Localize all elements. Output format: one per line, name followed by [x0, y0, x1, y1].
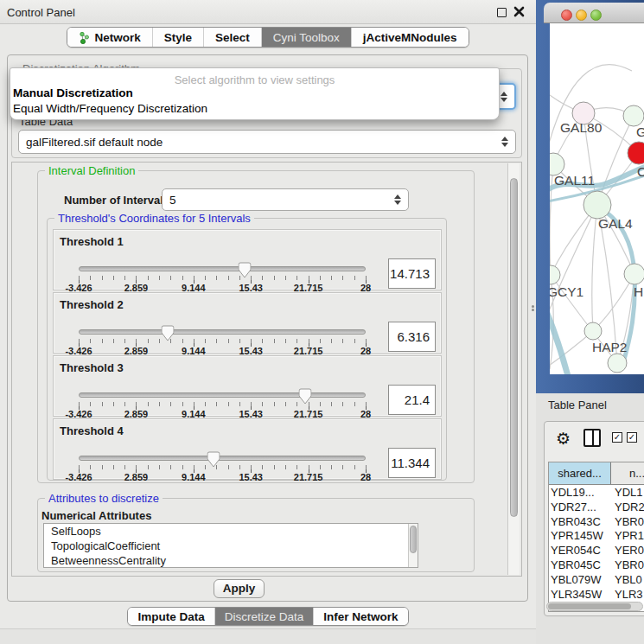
- algorithm-placeholder: Select algorithm to view settings: [10, 68, 499, 86]
- cell[interactable]: YPR145W: [549, 529, 611, 544]
- network-node[interactable]: [550, 265, 560, 284]
- network-node[interactable]: [608, 354, 627, 373]
- tab-jactivemnodules[interactable]: jActiveMNodules: [352, 28, 469, 47]
- slider-minor-ticks: [79, 402, 367, 406]
- num-intervals-combobox[interactable]: 5: [162, 188, 409, 211]
- close-icon[interactable]: [513, 5, 526, 18]
- cell[interactable]: YDR27...: [549, 501, 611, 515]
- cell[interactable]: YBL0: [611, 573, 644, 588]
- threshold-1-slider-track[interactable]: [79, 266, 366, 271]
- table-row[interactable]: YLR345WYLR3: [549, 588, 644, 603]
- table-row[interactable]: YPR145WYPR1: [549, 529, 644, 544]
- network-node[interactable]: [584, 322, 602, 340]
- cell[interactable]: YBL079W: [549, 573, 611, 588]
- checkbox-icon[interactable]: ✓: [627, 432, 637, 443]
- column-header-name[interactable]: n...: [611, 462, 644, 484]
- table-row[interactable]: YBR043CYBR0: [549, 515, 644, 530]
- table-row[interactable]: YBL079WYBL0: [549, 573, 644, 588]
- table-horizontal-scrollbar-thumb[interactable]: [548, 603, 631, 609]
- table-data-combobox[interactable]: galFiltered.sif default node: [18, 130, 516, 154]
- threshold-2-panel: Threshold 2 -3.426 2.859 9.144 15.43 21.…: [53, 292, 442, 354]
- attributes-list-scrollbar[interactable]: [408, 524, 418, 567]
- tab-cyni-toolbox[interactable]: Cyni Toolbox: [262, 28, 352, 47]
- cell[interactable]: YBR0: [611, 515, 644, 530]
- tab-discretize-data[interactable]: Discretize Data: [215, 608, 315, 625]
- tab-network[interactable]: Network: [67, 28, 152, 47]
- network-node[interactable]: [623, 105, 644, 126]
- threshold-4-value-field[interactable]: 11.344: [388, 448, 436, 478]
- column-layout-icon[interactable]: [583, 429, 601, 447]
- discretize-settings-panel: Interval Definition Number of Intervals …: [11, 162, 522, 577]
- popup-option-manual-discretization[interactable]: Manual Discretization: [10, 86, 499, 101]
- cell[interactable]: YDR2: [611, 501, 644, 515]
- tab-style-label: Style: [164, 31, 192, 44]
- list-item-betweennesscentrality[interactable]: BetweennessCentrality: [44, 553, 418, 568]
- popup-option-equal-width[interactable]: Equal Width/Frequency Discretization: [10, 101, 499, 117]
- num-intervals-value: 5: [169, 194, 176, 207]
- list-item-selfloops[interactable]: SelfLoops: [44, 524, 418, 539]
- zoom-traffic-light[interactable]: [590, 10, 602, 21]
- network-view-window[interactable]: GAL80GACGAL11GAL4GCY1HHAP2: [536, 0, 644, 393]
- cell[interactable]: YBR043C: [549, 515, 611, 530]
- settings-panel-scrollbar-thumb[interactable]: [510, 178, 518, 517]
- cell[interactable]: YLR345W: [549, 588, 611, 603]
- threshold-4-slider-track[interactable]: [79, 456, 366, 461]
- tab-infer-network[interactable]: Infer Network: [314, 608, 407, 625]
- checkbox-icon[interactable]: ✓: [612, 432, 622, 443]
- table-rows: YDL19...YDL1 YDR27...YDR2 YBR043CYBR0 YP…: [549, 486, 644, 607]
- slider-minor-ticks: [79, 339, 367, 343]
- num-intervals-label: Number of Intervals: [64, 194, 169, 207]
- network-icon: [79, 31, 90, 44]
- status-strip: [0, 628, 536, 644]
- settings-panel-scrollbar[interactable]: [507, 163, 520, 575]
- attributes-group-title: Attributes to discretize: [45, 492, 163, 505]
- tab-style[interactable]: Style: [153, 28, 204, 47]
- network-node-label: GA: [636, 124, 644, 139]
- network-node-label: GAL80: [560, 120, 603, 135]
- cell[interactable]: YDL1: [611, 486, 644, 501]
- table-row[interactable]: YER054CYER0: [549, 544, 644, 558]
- network-node-label: GCY1: [550, 284, 583, 299]
- threshold-3-value-field[interactable]: 21.4: [388, 385, 436, 415]
- threshold-2-value-field[interactable]: 6.316: [388, 322, 436, 352]
- cell[interactable]: YER0: [611, 544, 644, 558]
- panel-splitter-grip[interactable]: [530, 304, 535, 313]
- apply-button[interactable]: Apply: [214, 579, 265, 598]
- gear-icon[interactable]: ⚙: [556, 429, 571, 450]
- network-window-titlebar[interactable]: [544, 3, 644, 23]
- tab-impute-data[interactable]: Impute Data: [128, 608, 214, 625]
- network-node-label: GAL11: [554, 173, 595, 188]
- column-header-shared[interactable]: shared...: [549, 462, 611, 484]
- cell[interactable]: YER054C: [549, 544, 611, 558]
- network-canvas[interactable]: GAL80GACGAL11GAL4GCY1HHAP2: [550, 23, 644, 374]
- cell[interactable]: YDL19...: [549, 486, 611, 501]
- minimize-traffic-light[interactable]: [576, 10, 587, 21]
- table-panel: ⚙ ✓ ✓ shared... n... YDL19...YDL1 YDR27.…: [544, 421, 644, 616]
- cell[interactable]: YPR1: [611, 529, 644, 544]
- scale-tick-label: 15.43: [239, 472, 263, 482]
- table-panel-toolbar: ⚙ ✓ ✓: [545, 422, 644, 460]
- tab-impute-data-label: Impute Data: [137, 610, 204, 623]
- network-node-label: H: [634, 284, 643, 299]
- threshold-2-slider-track[interactable]: [79, 329, 366, 335]
- tab-network-label: Network: [94, 31, 140, 44]
- table-header-row: shared... n...: [549, 462, 644, 485]
- table-horizontal-scrollbar[interactable]: [546, 602, 643, 611]
- network-node-label: HAP2: [592, 340, 628, 354]
- threshold-3-slider-track[interactable]: [79, 392, 366, 398]
- table-row[interactable]: YDR27...YDR2: [549, 501, 644, 515]
- threshold-1-value-field[interactable]: 14.713: [388, 258, 436, 289]
- close-traffic-light[interactable]: [561, 10, 572, 21]
- tab-select[interactable]: Select: [204, 28, 262, 47]
- table-row[interactable]: YBR045CYBR0: [549, 558, 644, 573]
- slider-scale-labels: -3.426 2.859 9.144 15.43 21.715 28: [79, 409, 366, 418]
- list-item-topologicalcoefficient[interactable]: TopologicalCoefficient: [44, 539, 418, 553]
- cell[interactable]: YBR0: [611, 558, 644, 573]
- network-node[interactable]: [583, 191, 611, 219]
- table-row[interactable]: YDL19...YDL1: [549, 486, 644, 501]
- slider-minor-ticks: [79, 276, 367, 280]
- network-node[interactable]: [624, 264, 644, 284]
- cell[interactable]: YLR3: [611, 588, 644, 603]
- cell[interactable]: YBR045C: [549, 558, 611, 573]
- float-window-icon[interactable]: [497, 8, 507, 17]
